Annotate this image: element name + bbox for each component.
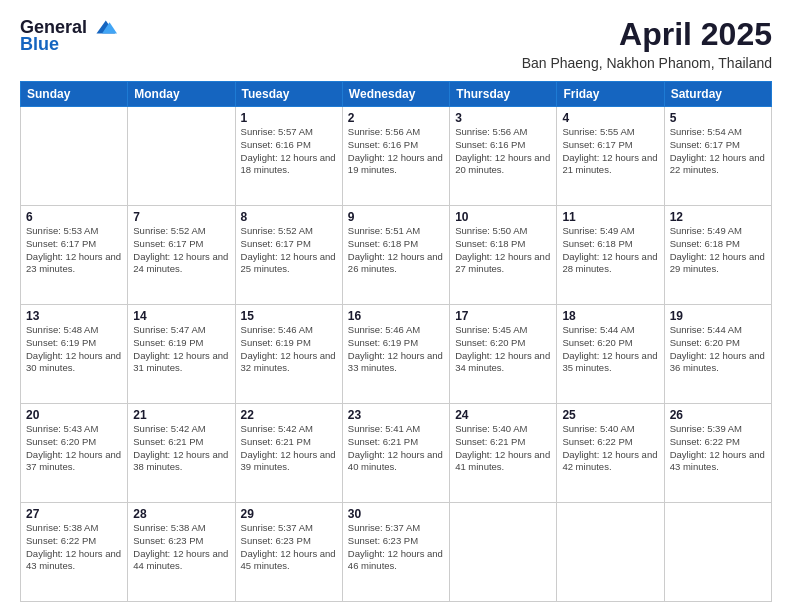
calendar-week-row: 20Sunrise: 5:43 AM Sunset: 6:20 PM Dayli… — [21, 404, 772, 503]
day-number: 12 — [670, 210, 766, 224]
col-friday: Friday — [557, 82, 664, 107]
table-row: 10Sunrise: 5:50 AM Sunset: 6:18 PM Dayli… — [450, 206, 557, 305]
day-number: 14 — [133, 309, 229, 323]
table-row: 12Sunrise: 5:49 AM Sunset: 6:18 PM Dayli… — [664, 206, 771, 305]
table-row: 18Sunrise: 5:44 AM Sunset: 6:20 PM Dayli… — [557, 305, 664, 404]
table-row: 13Sunrise: 5:48 AM Sunset: 6:19 PM Dayli… — [21, 305, 128, 404]
day-info: Sunrise: 5:56 AM Sunset: 6:16 PM Dayligh… — [455, 126, 551, 177]
table-row: 2Sunrise: 5:56 AM Sunset: 6:16 PM Daylig… — [342, 107, 449, 206]
day-number: 25 — [562, 408, 658, 422]
day-number: 19 — [670, 309, 766, 323]
table-row — [557, 503, 664, 602]
table-row: 27Sunrise: 5:38 AM Sunset: 6:22 PM Dayli… — [21, 503, 128, 602]
day-info: Sunrise: 5:51 AM Sunset: 6:18 PM Dayligh… — [348, 225, 444, 276]
logo-text-blue: Blue — [20, 34, 59, 55]
table-row: 21Sunrise: 5:42 AM Sunset: 6:21 PM Dayli… — [128, 404, 235, 503]
day-info: Sunrise: 5:47 AM Sunset: 6:19 PM Dayligh… — [133, 324, 229, 375]
day-number: 6 — [26, 210, 122, 224]
day-info: Sunrise: 5:37 AM Sunset: 6:23 PM Dayligh… — [348, 522, 444, 573]
table-row: 14Sunrise: 5:47 AM Sunset: 6:19 PM Dayli… — [128, 305, 235, 404]
day-number: 28 — [133, 507, 229, 521]
day-info: Sunrise: 5:44 AM Sunset: 6:20 PM Dayligh… — [562, 324, 658, 375]
day-info: Sunrise: 5:57 AM Sunset: 6:16 PM Dayligh… — [241, 126, 337, 177]
title-section: April 2025 Ban Phaeng, Nakhon Phanom, Th… — [522, 16, 772, 71]
calendar: Sunday Monday Tuesday Wednesday Thursday… — [20, 81, 772, 602]
table-row — [128, 107, 235, 206]
table-row: 16Sunrise: 5:46 AM Sunset: 6:19 PM Dayli… — [342, 305, 449, 404]
day-info: Sunrise: 5:40 AM Sunset: 6:21 PM Dayligh… — [455, 423, 551, 474]
day-number: 27 — [26, 507, 122, 521]
table-row: 7Sunrise: 5:52 AM Sunset: 6:17 PM Daylig… — [128, 206, 235, 305]
day-info: Sunrise: 5:48 AM Sunset: 6:19 PM Dayligh… — [26, 324, 122, 375]
day-info: Sunrise: 5:44 AM Sunset: 6:20 PM Dayligh… — [670, 324, 766, 375]
day-number: 16 — [348, 309, 444, 323]
col-tuesday: Tuesday — [235, 82, 342, 107]
page: General Blue April 2025 Ban Phaeng, Nakh… — [0, 0, 792, 612]
table-row: 19Sunrise: 5:44 AM Sunset: 6:20 PM Dayli… — [664, 305, 771, 404]
day-number: 18 — [562, 309, 658, 323]
table-row — [21, 107, 128, 206]
day-info: Sunrise: 5:42 AM Sunset: 6:21 PM Dayligh… — [133, 423, 229, 474]
table-row: 3Sunrise: 5:56 AM Sunset: 6:16 PM Daylig… — [450, 107, 557, 206]
day-info: Sunrise: 5:37 AM Sunset: 6:23 PM Dayligh… — [241, 522, 337, 573]
month-title: April 2025 — [522, 16, 772, 53]
day-info: Sunrise: 5:49 AM Sunset: 6:18 PM Dayligh… — [670, 225, 766, 276]
day-number: 9 — [348, 210, 444, 224]
day-info: Sunrise: 5:42 AM Sunset: 6:21 PM Dayligh… — [241, 423, 337, 474]
table-row: 1Sunrise: 5:57 AM Sunset: 6:16 PM Daylig… — [235, 107, 342, 206]
day-info: Sunrise: 5:38 AM Sunset: 6:23 PM Dayligh… — [133, 522, 229, 573]
day-info: Sunrise: 5:52 AM Sunset: 6:17 PM Dayligh… — [241, 225, 337, 276]
day-info: Sunrise: 5:52 AM Sunset: 6:17 PM Dayligh… — [133, 225, 229, 276]
day-info: Sunrise: 5:54 AM Sunset: 6:17 PM Dayligh… — [670, 126, 766, 177]
col-saturday: Saturday — [664, 82, 771, 107]
calendar-header-row: Sunday Monday Tuesday Wednesday Thursday… — [21, 82, 772, 107]
table-row: 6Sunrise: 5:53 AM Sunset: 6:17 PM Daylig… — [21, 206, 128, 305]
table-row: 26Sunrise: 5:39 AM Sunset: 6:22 PM Dayli… — [664, 404, 771, 503]
day-number: 29 — [241, 507, 337, 521]
day-number: 23 — [348, 408, 444, 422]
day-number: 2 — [348, 111, 444, 125]
header: General Blue April 2025 Ban Phaeng, Nakh… — [20, 16, 772, 71]
location-title: Ban Phaeng, Nakhon Phanom, Thailand — [522, 55, 772, 71]
day-info: Sunrise: 5:56 AM Sunset: 6:16 PM Dayligh… — [348, 126, 444, 177]
table-row: 15Sunrise: 5:46 AM Sunset: 6:19 PM Dayli… — [235, 305, 342, 404]
day-info: Sunrise: 5:50 AM Sunset: 6:18 PM Dayligh… — [455, 225, 551, 276]
table-row: 25Sunrise: 5:40 AM Sunset: 6:22 PM Dayli… — [557, 404, 664, 503]
table-row — [664, 503, 771, 602]
day-info: Sunrise: 5:38 AM Sunset: 6:22 PM Dayligh… — [26, 522, 122, 573]
logo-icon — [89, 16, 117, 38]
table-row: 28Sunrise: 5:38 AM Sunset: 6:23 PM Dayli… — [128, 503, 235, 602]
table-row: 23Sunrise: 5:41 AM Sunset: 6:21 PM Dayli… — [342, 404, 449, 503]
day-number: 8 — [241, 210, 337, 224]
day-number: 11 — [562, 210, 658, 224]
day-number: 3 — [455, 111, 551, 125]
day-info: Sunrise: 5:43 AM Sunset: 6:20 PM Dayligh… — [26, 423, 122, 474]
table-row: 30Sunrise: 5:37 AM Sunset: 6:23 PM Dayli… — [342, 503, 449, 602]
table-row: 11Sunrise: 5:49 AM Sunset: 6:18 PM Dayli… — [557, 206, 664, 305]
day-number: 15 — [241, 309, 337, 323]
table-row: 8Sunrise: 5:52 AM Sunset: 6:17 PM Daylig… — [235, 206, 342, 305]
day-number: 22 — [241, 408, 337, 422]
table-row — [450, 503, 557, 602]
table-row: 17Sunrise: 5:45 AM Sunset: 6:20 PM Dayli… — [450, 305, 557, 404]
table-row: 5Sunrise: 5:54 AM Sunset: 6:17 PM Daylig… — [664, 107, 771, 206]
day-info: Sunrise: 5:55 AM Sunset: 6:17 PM Dayligh… — [562, 126, 658, 177]
calendar-week-row: 6Sunrise: 5:53 AM Sunset: 6:17 PM Daylig… — [21, 206, 772, 305]
day-number: 26 — [670, 408, 766, 422]
table-row: 29Sunrise: 5:37 AM Sunset: 6:23 PM Dayli… — [235, 503, 342, 602]
col-thursday: Thursday — [450, 82, 557, 107]
table-row: 20Sunrise: 5:43 AM Sunset: 6:20 PM Dayli… — [21, 404, 128, 503]
day-number: 17 — [455, 309, 551, 323]
day-number: 1 — [241, 111, 337, 125]
day-number: 13 — [26, 309, 122, 323]
day-info: Sunrise: 5:46 AM Sunset: 6:19 PM Dayligh… — [348, 324, 444, 375]
table-row: 22Sunrise: 5:42 AM Sunset: 6:21 PM Dayli… — [235, 404, 342, 503]
calendar-week-row: 1Sunrise: 5:57 AM Sunset: 6:16 PM Daylig… — [21, 107, 772, 206]
day-number: 10 — [455, 210, 551, 224]
day-info: Sunrise: 5:53 AM Sunset: 6:17 PM Dayligh… — [26, 225, 122, 276]
day-number: 24 — [455, 408, 551, 422]
day-number: 5 — [670, 111, 766, 125]
day-info: Sunrise: 5:49 AM Sunset: 6:18 PM Dayligh… — [562, 225, 658, 276]
day-info: Sunrise: 5:41 AM Sunset: 6:21 PM Dayligh… — [348, 423, 444, 474]
day-info: Sunrise: 5:46 AM Sunset: 6:19 PM Dayligh… — [241, 324, 337, 375]
